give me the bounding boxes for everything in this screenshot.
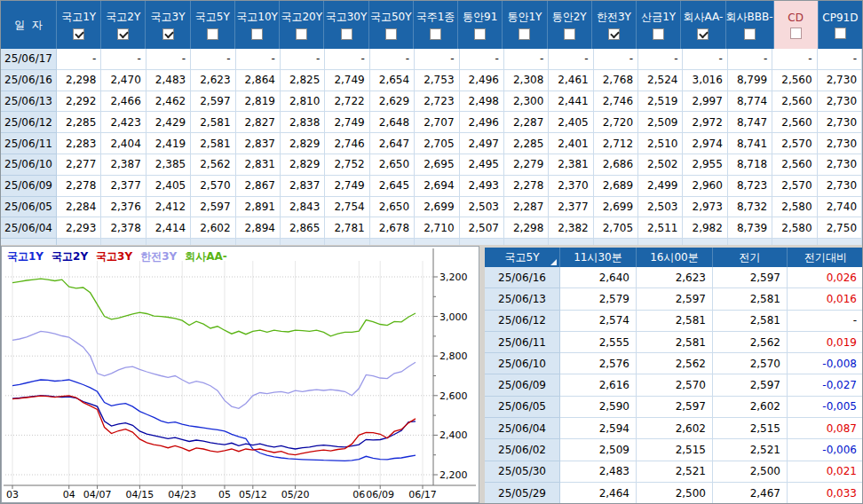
value-cell-1130: 2,616	[560, 374, 637, 396]
quote-row[interactable]: 25/06/042,5942,6022,5150,087	[485, 418, 863, 439]
filler-cell	[101, 239, 146, 245]
value-cell: 2,686	[594, 154, 638, 176]
change-cell: -0,006	[788, 439, 863, 461]
rate-column-header-15: 회사BBB-	[726, 1, 774, 49]
rate-table-row[interactable]: 25/06/162,2982,4702,4832,6232,8642,8252,…	[1, 70, 862, 91]
value-cell-1130: 2,576	[560, 353, 637, 374]
rate-table-row[interactable]: 25/06/132,2922,4662,4622,5972,8192,8102,…	[1, 91, 862, 113]
column-checkbox-16[interactable]	[790, 28, 802, 39]
svg-text:2,400: 2,400	[439, 429, 468, 441]
filler-cell	[683, 239, 727, 245]
value-cell: 2,730	[818, 154, 862, 176]
quote-column-header-2[interactable]: 16시00분	[637, 248, 713, 267]
value-cell: 2,560	[772, 70, 817, 91]
column-checkbox-7[interactable]	[385, 28, 397, 40]
svg-text:03: 03	[6, 489, 19, 500]
column-label: 산금1Y	[641, 10, 676, 25]
yield-chart-panel[interactable]: 3,2003,0002,8002,6002,4002,200030404/070…	[1, 246, 479, 503]
legend-item: 한전3Y	[140, 250, 177, 263]
value-cell: 2,370	[549, 176, 593, 197]
quote-row[interactable]: 25/05/302,4832,5212,5000,021	[485, 461, 863, 483]
rate-table-row[interactable]: 25/06/122,2852,4232,4292,5812,8272,8382,…	[1, 112, 862, 133]
quote-row[interactable]: 25/06/122,5742,5812,581-	[485, 311, 863, 332]
quote-column-header-4[interactable]: 전기대비	[788, 248, 863, 267]
quote-row[interactable]: 25/06/112,5552,5812,5620,019	[485, 332, 863, 353]
column-checkbox-4[interactable]	[251, 28, 263, 40]
svg-text:05/20: 05/20	[281, 489, 310, 500]
column-checkbox-15[interactable]	[744, 28, 756, 40]
yield-chart: 3,2003,0002,8002,6002,4002,200030404/070…	[2, 247, 479, 502]
quote-row[interactable]: 25/05/292,4642,5002,4670,033	[485, 483, 863, 504]
quote-row[interactable]: 25/06/102,5762,5622,570-0,008	[485, 353, 863, 374]
column-checkbox-9[interactable]	[474, 28, 486, 40]
column-checkbox-2[interactable]	[162, 28, 174, 40]
value-cell: -	[460, 49, 504, 70]
value-cell: 2,602	[191, 217, 235, 239]
column-checkbox-3[interactable]	[207, 28, 218, 40]
value-cell: 2,831	[236, 154, 281, 176]
rate-table: 일 자 국고1Y국고2Y국고3Y국고5Y국고10Y국고20Y국고30Y국고50Y…	[1, 1, 862, 245]
value-cell: -	[281, 49, 325, 70]
value-cell: 2,377	[101, 176, 146, 197]
value-cell-1600: 2,570	[637, 374, 713, 396]
value-cell: 2,461	[549, 70, 593, 91]
column-checkbox-6[interactable]	[341, 28, 352, 40]
rate-table-row[interactable]: 25/06/17------------------	[1, 49, 862, 70]
column-checkbox-13[interactable]	[653, 28, 664, 40]
column-label: CD	[788, 12, 804, 24]
value-cell-1130: 2,590	[560, 397, 637, 418]
value-cell: 2,867	[236, 176, 281, 197]
value-cell: 2,570	[772, 176, 817, 197]
value-cell: 2,973	[683, 197, 727, 218]
value-cell: 2,972	[683, 112, 727, 133]
quote-row[interactable]: 25/06/092,6162,5702,597-0,027	[485, 374, 863, 396]
value-cell: 2,560	[772, 154, 817, 176]
rate-table-row[interactable]: 25/06/042,2932,3782,4142,6022,8942,8652,…	[1, 217, 862, 239]
column-checkbox-14[interactable]	[697, 28, 709, 40]
column-checkbox-12[interactable]	[608, 28, 620, 40]
value-cell-1130: 2,464	[560, 483, 637, 504]
column-label: 국고20Y	[281, 10, 322, 25]
value-cell: 2,689	[594, 176, 638, 197]
header-label: 전기	[740, 250, 761, 265]
column-checkbox-11[interactable]	[564, 28, 575, 40]
column-checkbox-1[interactable]	[117, 28, 129, 40]
value-cell: 2,493	[460, 176, 504, 197]
rate-column-header-5: 국고20Y	[280, 1, 324, 49]
value-cell: -	[504, 49, 549, 70]
column-checkbox-8[interactable]	[430, 28, 441, 40]
value-cell: 2,699	[594, 197, 638, 218]
value-cell: -	[728, 49, 772, 70]
value-cell: 2,730	[818, 133, 862, 154]
svg-text:2,200: 2,200	[439, 469, 468, 481]
rate-table-row[interactable]: 25/06/112,2832,4042,4192,5812,8372,8292,…	[1, 133, 862, 154]
quote-row[interactable]: 25/06/162,6402,6232,5970,026	[485, 267, 863, 288]
column-checkbox-0[interactable]	[73, 28, 84, 40]
rate-table-row[interactable]: 25/06/052,2842,3762,4122,5972,8912,8432,…	[1, 197, 862, 218]
value-cell: 2,292	[57, 91, 101, 113]
quote-row[interactable]: 25/06/052,5902,5972,602-0,005	[485, 397, 863, 418]
change-cell: 0,033	[788, 483, 863, 504]
column-checkbox-5[interactable]	[296, 28, 307, 40]
value-cell: 2,695	[415, 154, 459, 176]
value-cell: 2,466	[101, 91, 146, 113]
legend-item: 국고2Y	[51, 250, 88, 263]
rate-table-row[interactable]: 25/06/092,2782,3772,4052,5702,8672,8372,…	[1, 176, 862, 197]
rate-column-header-4: 국고10Y	[235, 1, 280, 49]
value-cell: -	[415, 49, 459, 70]
quote-sort-header[interactable]: 국고5Y	[485, 248, 560, 267]
quote-row[interactable]: 25/06/132,5792,5972,5810,016	[485, 288, 863, 310]
change-cell: 0,016	[788, 288, 863, 310]
value-cell-prev: 2,521	[713, 439, 788, 461]
table-filler-row	[1, 239, 862, 245]
quote-column-header-3[interactable]: 전기	[713, 248, 788, 267]
quote-row[interactable]: 25/06/022,5092,5152,521-0,006	[485, 439, 863, 461]
date-cell: 25/06/02	[485, 439, 560, 461]
value-cell: 2,705	[594, 217, 638, 239]
rate-column-header-2: 국고3Y	[146, 1, 190, 49]
column-checkbox-17[interactable]	[835, 28, 846, 39]
rate-column-header-13: 산금1Y	[637, 1, 681, 49]
column-checkbox-10[interactable]	[519, 28, 530, 40]
rate-table-row[interactable]: 25/06/102,2772,3872,3852,5622,8312,8292,…	[1, 154, 862, 176]
quote-column-header-1[interactable]: 11시30분	[560, 248, 637, 267]
